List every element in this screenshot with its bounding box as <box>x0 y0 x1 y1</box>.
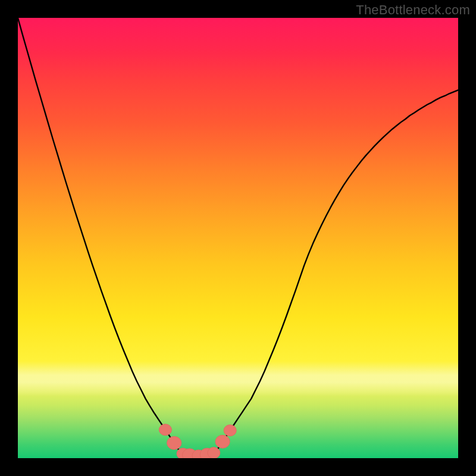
nadir-blob <box>224 425 236 436</box>
bottleneck-curve <box>18 18 458 458</box>
nadir-blob <box>208 447 220 458</box>
curve-line <box>18 18 458 456</box>
nadir-blob <box>215 435 230 448</box>
nadir-blob-cluster <box>159 424 236 458</box>
chart-frame: TheBottleneck.com <box>0 0 476 476</box>
plot-area <box>18 18 458 458</box>
nadir-blob <box>159 424 171 436</box>
nadir-blob <box>167 437 181 450</box>
watermark-text: TheBottleneck.com <box>356 2 470 18</box>
